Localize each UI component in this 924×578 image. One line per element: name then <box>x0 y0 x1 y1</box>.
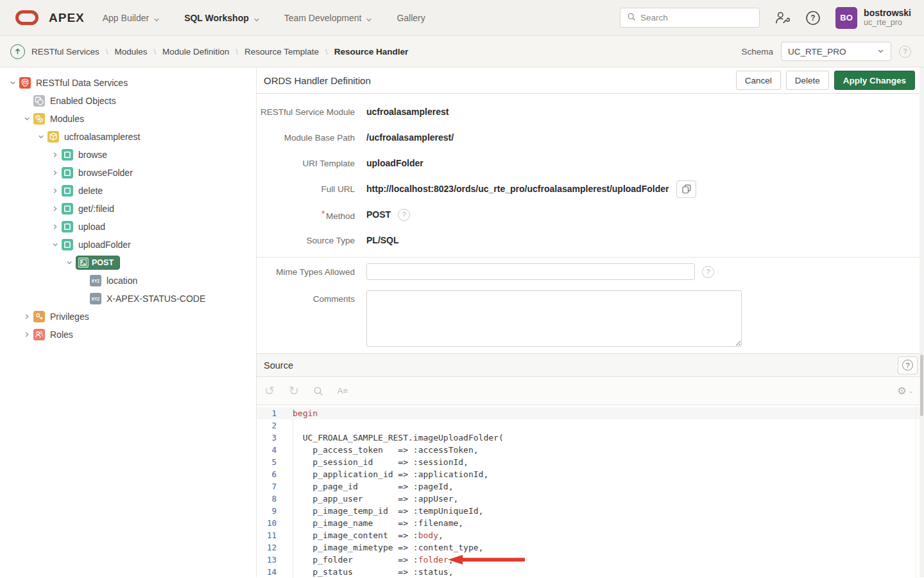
tree-node-label: POST <box>92 258 114 267</box>
schema-select[interactable]: UC_RTE_PRO <box>781 42 891 61</box>
source-header: Source ? <box>257 354 924 377</box>
field-value-restful-service-module: ucfroalasamplerest <box>366 107 449 117</box>
line-number: 11 <box>257 529 282 541</box>
mime-types-input[interactable] <box>366 263 695 280</box>
nav-item-team-development[interactable]: Team Development <box>284 13 373 23</box>
code-text: begin <box>293 407 318 419</box>
chevron-down-icon[interactable] <box>49 241 62 248</box>
avatar: BO <box>835 7 857 29</box>
line-number: 4 <box>257 444 282 456</box>
tree-node-uploadfolder[interactable]: uploadFolder <box>0 236 256 254</box>
breadcrumb-separator: \ <box>235 47 238 57</box>
field-value-full-url: http://localhost:8023/ords/uc_rte_pro/uc… <box>366 184 669 194</box>
page-title: ORDS Handler Definition <box>264 75 371 86</box>
code-line-4: 4 p_access_token => :accessToken, <box>257 444 924 456</box>
comments-label: Comments <box>257 294 355 304</box>
mime-help-icon[interactable]: ? <box>702 266 714 278</box>
tree-node-restful-data-services[interactable]: RESTful Data Services <box>0 74 256 92</box>
editor-right-border <box>916 405 916 578</box>
code-text: p_image_content => :body, <box>293 529 443 541</box>
required-asterisk: * <box>321 209 325 218</box>
oracle-logo-icon <box>15 10 38 25</box>
apex-brand: APEX <box>49 11 85 25</box>
line-number: 13 <box>257 554 282 566</box>
chevron-down-icon[interactable] <box>21 116 33 122</box>
scrollbar-thumb[interactable] <box>920 355 923 416</box>
template-icon <box>62 203 73 215</box>
chevron-down-icon[interactable] <box>6 80 19 86</box>
tree-node-label: upload <box>78 222 105 232</box>
chevron-right-icon[interactable] <box>49 223 62 230</box>
tree-node-get-fileid[interactable]: get/:fileid <box>0 200 256 218</box>
settings-gear-icon[interactable]: ⚙⌄ <box>897 385 914 397</box>
code-line-9: 9 p_image_temp_id => :tempUniqueId, <box>257 505 924 517</box>
handler-post-icon <box>78 258 89 268</box>
editor-search-icon[interactable] <box>313 386 323 396</box>
search-icon <box>627 12 636 24</box>
comments-textarea[interactable] <box>366 290 742 347</box>
chevron-right-icon[interactable] <box>21 313 33 320</box>
tree-node-ucfroalasamplerest[interactable]: ucfroalasamplerest <box>0 128 256 146</box>
undo-icon[interactable]: ↺ <box>264 385 275 397</box>
field-method: *MethodPOST? <box>257 202 924 227</box>
up-level-icon[interactable] <box>10 44 25 59</box>
schema-help-icon[interactable]: ? <box>899 46 911 58</box>
tree-node-privileges[interactable]: Privileges <box>0 308 256 326</box>
tree-node-modules[interactable]: Modules <box>0 110 256 128</box>
tree-node-delete[interactable]: delete <box>0 182 256 200</box>
autocomplete-icon[interactable]: A≡ <box>338 387 348 395</box>
tree-node-enabled-objects[interactable]: Enabled Objects <box>0 92 256 110</box>
chevron-right-icon[interactable] <box>49 152 62 158</box>
code-editor[interactable]: 1begin23 UC_FROALA_SAMPLE_REST.imageUplo… <box>257 405 924 578</box>
nav-item-sql-workshop[interactable]: SQL Workshop <box>184 13 260 23</box>
nav-label: App Builder <box>103 13 149 23</box>
nav-item-app-builder[interactable]: App Builder <box>103 13 160 23</box>
tree-node-upload[interactable]: upload <box>0 218 256 236</box>
apply-changes-button[interactable]: Apply Changes <box>834 71 915 90</box>
tree-node-post[interactable]: POST <box>0 254 256 272</box>
code-text: p_access_token => :accessToken, <box>293 444 479 456</box>
template-icon <box>62 149 73 161</box>
tree-node-roles[interactable]: Roles <box>0 326 256 344</box>
chevron-right-icon[interactable] <box>21 331 33 338</box>
chevron-down-icon[interactable] <box>35 134 47 140</box>
code-line-13: 13 p_folder => :folder, <box>257 554 924 566</box>
admin-icon[interactable] <box>774 10 791 26</box>
page-body: RESTful Data ServicesEnabled ObjectsModu… <box>0 67 924 577</box>
template-icon <box>62 221 73 232</box>
breadcrumb-item[interactable]: Resource Template <box>244 47 319 57</box>
copy-url-button[interactable] <box>676 180 696 198</box>
field-label-uri-template: URI Template <box>257 159 355 168</box>
tree-node-browsefolder[interactable]: browseFolder <box>0 164 256 182</box>
breadcrumb-item[interactable]: Module Definition <box>162 47 229 57</box>
roles-icon <box>33 329 45 340</box>
breadcrumb-item[interactable]: Modules <box>114 47 147 57</box>
delete-button[interactable]: Delete <box>786 71 829 90</box>
code-text: p_image_mimetype => :content_type, <box>293 541 483 554</box>
breadcrumb-separator: \ <box>325 47 328 57</box>
restful-tree: RESTful Data ServicesEnabled ObjectsModu… <box>0 67 257 577</box>
tree-node-label: Privileges <box>50 311 89 322</box>
search-input[interactable] <box>640 13 753 22</box>
cancel-button[interactable]: Cancel <box>736 71 781 90</box>
handler-fields: RESTful Service Moduleucfroalasamplerest… <box>257 94 924 258</box>
field-help-icon[interactable]: ? <box>398 209 410 221</box>
chevron-right-icon[interactable] <box>49 206 62 212</box>
tree-node-x-apex-status-code[interactable]: XYZX-APEX-STATUS-CODE <box>0 290 256 308</box>
nav-item-gallery[interactable]: Gallery <box>397 13 425 23</box>
chevron-down-icon[interactable] <box>63 259 76 266</box>
tree-node-browse[interactable]: browse <box>0 146 256 164</box>
user-menu[interactable]: BO bostrowski uc_rte_pro <box>835 7 911 29</box>
redo-icon[interactable]: ↻ <box>289 385 299 397</box>
code-line-12: 12 p_image_mimetype => :content_type, <box>257 541 924 554</box>
editor-toolbar: ↺ ↻ A≡ ⚙⌄ <box>257 377 924 405</box>
template-icon <box>62 239 73 250</box>
help-icon[interactable]: ? <box>805 10 821 26</box>
tree-node-location[interactable]: XYZlocation <box>0 272 256 290</box>
chevron-right-icon[interactable] <box>49 188 62 194</box>
source-help-button[interactable]: ? <box>898 356 918 374</box>
breadcrumb-item[interactable]: RESTful Services <box>31 47 99 57</box>
chevron-right-icon[interactable] <box>49 170 62 176</box>
user-name: bostrowski <box>864 8 911 19</box>
svg-text:XYZ: XYZ <box>92 297 100 301</box>
